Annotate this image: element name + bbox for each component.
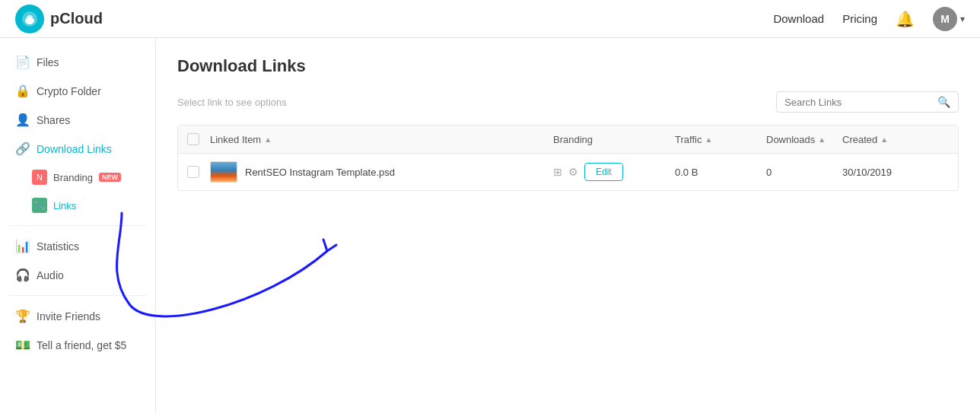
sidebar-item-tell-friend[interactable]: 💵 Tell a friend, get $5	[3, 331, 152, 359]
header-branding: Branding	[553, 134, 675, 145]
edit-button[interactable]: Edit	[584, 163, 623, 181]
header-checkbox-cell	[187, 133, 210, 145]
app-header: pCloud Download Pricing 🔔 M ▾	[0, 0, 980, 38]
col-linked-item-label: Linked Item	[210, 134, 261, 145]
row-checkbox-cell	[187, 166, 210, 178]
sort-traffic-icon: ▲	[705, 135, 712, 144]
user-avatar-wrapper[interactable]: M ▾	[933, 7, 965, 31]
sidebar-sub-item-links[interactable]: 📎 Links	[3, 192, 152, 219]
notifications-icon[interactable]: 🔔	[896, 10, 915, 28]
sidebar-tell-friend-label: Tell a friend, get $5	[37, 339, 126, 351]
pricing-nav-link[interactable]: Pricing	[842, 12, 877, 25]
filename-label: RentSEO Instagram Template.psd	[245, 167, 395, 178]
header-nav: Download Pricing 🔔 M ▾	[773, 7, 965, 31]
table-row: RentSEO Instagram Template.psd ⊞ ⚙ Edit …	[178, 154, 958, 190]
search-icon: 🔍	[937, 96, 950, 108]
download-nav-link[interactable]: Download	[773, 12, 824, 25]
page-title: Download Links	[177, 56, 959, 76]
search-box[interactable]: 🔍	[776, 91, 959, 113]
svg-point-1	[27, 15, 33, 21]
copy-icon[interactable]: ⊞	[553, 166, 562, 178]
sidebar-audio-label: Audio	[37, 269, 64, 281]
header-linked-item[interactable]: Linked Item ▲	[210, 134, 553, 145]
sidebar-item-statistics[interactable]: 📊 Statistics	[3, 232, 152, 260]
sidebar-shares-label: Shares	[37, 114, 70, 126]
sidebar-files-label: Files	[37, 56, 59, 68]
sort-downloads-icon: ▲	[818, 135, 826, 144]
sidebar-download-links-label: Download Links	[37, 143, 112, 155]
sidebar-item-crypto-folder[interactable]: 🔒 Crypto Folder	[3, 77, 152, 105]
audio-icon: 🎧	[15, 268, 29, 282]
branding-icon: N	[32, 170, 47, 185]
header-traffic[interactable]: Traffic ▲	[675, 134, 766, 145]
trophy-icon: 🏆	[15, 309, 29, 323]
app-logo-icon	[15, 5, 44, 33]
sidebar-statistics-label: Statistics	[37, 240, 79, 253]
toolbar-hint: Select link to see options	[177, 97, 287, 108]
header-downloads[interactable]: Downloads ▲	[766, 134, 842, 145]
links-sub-icon: 📎	[32, 198, 47, 213]
file-icon: 📄	[15, 55, 29, 69]
sidebar-item-download-links[interactable]: 🔗 Download Links	[3, 135, 152, 163]
sidebar-divider-1	[9, 225, 146, 226]
sidebar-branding-label: Branding	[53, 172, 93, 183]
sidebar-divider-2	[9, 295, 146, 296]
table-header: Linked Item ▲ Branding Traffic ▲ Downloa…	[178, 125, 958, 154]
sort-created-icon: ▲	[880, 135, 888, 144]
sidebar-item-invite-friends[interactable]: 🏆 Invite Friends	[3, 302, 152, 330]
main-content: Download Links Select link to see option…	[156, 38, 980, 413]
app-logo-text: pCloud	[50, 10, 103, 27]
psd-preview	[211, 162, 237, 182]
file-cell: RentSEO Instagram Template.psd	[210, 161, 553, 183]
sort-linked-item-icon: ▲	[264, 135, 272, 144]
col-downloads-label: Downloads	[766, 134, 815, 145]
gear-icon[interactable]: ⚙	[568, 166, 578, 178]
col-created-label: Created	[842, 134, 877, 145]
sidebar-item-audio[interactable]: 🎧 Audio	[3, 261, 152, 289]
links-table: Linked Item ▲ Branding Traffic ▲ Downloa…	[177, 125, 959, 191]
select-all-checkbox[interactable]	[187, 133, 199, 145]
search-input[interactable]	[784, 97, 931, 108]
link-icon: 🔗	[15, 141, 29, 156]
statistics-icon: 📊	[15, 239, 29, 253]
logo-area: pCloud	[15, 5, 103, 33]
traffic-cell: 0.0 B	[675, 167, 766, 178]
col-branding-label: Branding	[553, 134, 593, 145]
sidebar-crypto-label: Crypto Folder	[37, 85, 101, 97]
row-checkbox[interactable]	[187, 166, 199, 178]
chevron-down-icon: ▾	[960, 14, 965, 24]
main-layout: 📄 Files 🔒 Crypto Folder 👤 Shares 🔗 Downl…	[0, 38, 980, 413]
avatar: M	[933, 7, 957, 31]
new-badge: NEW	[99, 173, 121, 182]
sidebar: 📄 Files 🔒 Crypto Folder 👤 Shares 🔗 Downl…	[0, 38, 156, 413]
downloads-cell: 0	[766, 167, 842, 178]
created-cell: 30/10/2019	[842, 167, 949, 178]
dollar-icon: 💵	[15, 338, 29, 352]
toolbar: Select link to see options 🔍	[177, 91, 959, 113]
header-created[interactable]: Created ▲	[842, 134, 949, 145]
share-icon: 👤	[15, 113, 29, 127]
file-thumbnail	[210, 161, 237, 183]
sidebar-invite-label: Invite Friends	[37, 310, 100, 322]
sidebar-item-files[interactable]: 📄 Files	[3, 48, 152, 76]
col-traffic-label: Traffic	[675, 134, 702, 145]
lock-icon: 🔒	[15, 84, 29, 98]
sidebar-links-label: Links	[53, 200, 76, 211]
sidebar-item-shares[interactable]: 👤 Shares	[3, 106, 152, 134]
branding-cell: ⊞ ⚙ Edit	[553, 163, 675, 181]
sidebar-sub-item-branding[interactable]: N Branding NEW	[3, 164, 152, 191]
